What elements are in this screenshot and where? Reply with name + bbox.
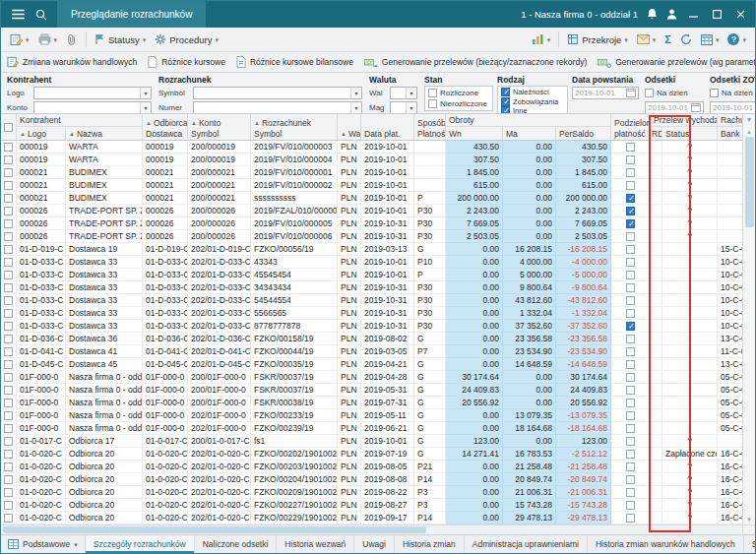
row-select-checkbox[interactable] [4, 347, 13, 356]
select-all-checkbox[interactable] [4, 123, 13, 132]
podzielona-platnosc-checkbox[interactable] [626, 514, 635, 523]
table-row[interactable]: 01-0-020-COdbiorca 2001-0-020-C202/01-0-… [1, 461, 742, 473]
scroll-down-icon[interactable]: ▾ [747, 514, 751, 524]
podzielona-platnosc-checkbox[interactable] [626, 450, 635, 459]
podzielona-platnosc-checkbox[interactable] [626, 143, 635, 152]
table-row[interactable]: 000019WARTA000019200/0000192019/FV/010/0… [1, 154, 742, 166]
table-row[interactable]: 01-0-020-COdbiorca 2001-0-020-C202/01-0-… [1, 512, 742, 524]
col-konto-symbol[interactable]: ▲KontoSymbol [188, 114, 251, 141]
col-group-przelew-wychodzacy[interactable]: Przelew wychodzący [651, 114, 718, 127]
mag-combo[interactable]: ▾ [390, 101, 417, 114]
logo-combo[interactable]: ▾ [33, 87, 152, 99]
table-row[interactable]: 01-D-033-CDostawca 3301-D-033-C202/01-D-… [1, 294, 742, 307]
collapse-chevron-icon[interactable]: ▾ [747, 114, 751, 126]
table-row[interactable]: 000026TRADE-PORT SP. Z O.000026200/00002… [1, 230, 742, 243]
close-button[interactable] [733, 1, 748, 28]
tab-item-4[interactable]: Historia zmian [395, 535, 465, 553]
table-row[interactable]: 01-0-020-COdbiorca 2001-0-020-C202/01-0-… [1, 448, 742, 461]
podzielona-platnosc-checkbox[interactable] [626, 335, 635, 343]
vertical-scrollbar-thumb[interactable] [745, 137, 754, 227]
window-tab[interactable]: Przeglądanie rozrachunków [57, 1, 206, 28]
row-select-checkbox[interactable] [4, 373, 13, 382]
col-ma[interactable]: Ma [503, 127, 556, 141]
podzielona-platnosc-checkbox[interactable] [626, 283, 635, 292]
col-group-rachunek[interactable]: Rachunek [718, 114, 742, 127]
podzielona-platnosc-checkbox[interactable] [626, 475, 635, 484]
zotp-na-dzien-checkbox[interactable] [710, 89, 719, 97]
wal-combo[interactable]: ▾ [390, 87, 417, 99]
podzielona-platnosc-checkbox[interactable] [626, 155, 635, 164]
przekroje-button[interactable]: Przekroje ▾ [563, 30, 632, 49]
table-row[interactable]: 000021BUDIMEX000021200/0000212019/FV/010… [1, 179, 742, 192]
table-row[interactable]: 000021BUDIMEX000021200/000021ssssssssssP… [1, 192, 742, 205]
col-data-platnosci[interactable]: Data płat. [361, 114, 414, 141]
menu-icon[interactable] [6, 1, 30, 28]
row-select-checkbox[interactable] [4, 219, 13, 228]
generowanie-przelewow-button[interactable]: Generowanie przelewów (bieżący/zaznaczon… [364, 57, 587, 68]
row-select-checkbox[interactable] [4, 475, 13, 484]
row-select-checkbox[interactable] [4, 181, 13, 190]
col-wal[interactable]: ▲Wal [338, 114, 361, 141]
table-row[interactable]: 000026TRADE-PORT SP. Z O.000026200/00002… [1, 217, 742, 230]
row-select-checkbox[interactable] [4, 271, 13, 279]
nierozliczone-checkbox[interactable] [428, 99, 437, 108]
col-wn[interactable]: Wn [446, 127, 503, 141]
row-select-checkbox[interactable] [4, 322, 13, 331]
attachments-button[interactable] [62, 30, 82, 49]
help-button[interactable]: ? ▾ [724, 30, 750, 49]
table-row[interactable]: 01-D-041-CDostawca 4101-D-041-C202/01-D-… [1, 345, 742, 358]
podstawowe-button[interactable]: Podstawowe ▾ [1, 535, 86, 553]
horizontal-scrollbar-thumb[interactable] [3, 526, 426, 533]
table-row[interactable]: 000021BUDIMEX000021200/0000212019/FV/010… [1, 166, 742, 179]
symbol-combo[interactable]: ▾ [193, 87, 362, 99]
podzielona-platnosc-checkbox[interactable] [626, 347, 635, 356]
col-logo[interactable]: ▲Logo [17, 127, 66, 141]
row-select-checkbox[interactable] [4, 501, 13, 510]
podzielona-platnosc-checkbox[interactable] [626, 309, 635, 318]
odsetki-na-dzien-checkbox[interactable] [645, 89, 654, 97]
row-select-checkbox[interactable] [4, 296, 13, 305]
layout-button[interactable]: ▾ [697, 30, 724, 49]
table-row[interactable]: 000026TRADE-PORT SP. Z O.000026200/00002… [1, 205, 742, 217]
odsetki-date-field[interactable]: 2019-10-01 [645, 101, 704, 114]
horizontal-scrollbar[interactable] [1, 524, 742, 534]
row-select-checkbox[interactable] [4, 335, 13, 343]
table-row[interactable]: 01-D-033-CDostawca 3301-D-033-C202/01-D-… [1, 269, 742, 281]
row-select-checkbox[interactable] [4, 194, 13, 203]
col-rd[interactable]: RD [651, 127, 662, 141]
row-select-checkbox[interactable] [4, 232, 13, 241]
export-button[interactable]: ▾ [633, 30, 661, 49]
table-row[interactable]: 01-0-017-COdbiorca 1701-0-017-C200/01-0-… [1, 435, 742, 448]
table-row[interactable]: 01-D-036-CDostawca 3601-D-036-C202/01-D-… [1, 333, 742, 345]
col-odbiorca-dostawca[interactable]: ▲OdbiorcaDostawca [143, 114, 188, 141]
podzielona-platnosc-checkbox[interactable] [626, 181, 635, 190]
statusy-button[interactable]: Statusy ▾ [91, 30, 150, 49]
chart-button[interactable]: ▾ [528, 30, 555, 49]
podzielona-platnosc-checkbox[interactable] [626, 219, 635, 228]
scroll-up-icon[interactable]: ▴ [747, 126, 751, 137]
roznice-kursowe-button[interactable]: Różnice kursowe [148, 56, 225, 68]
tab-item-2[interactable]: Historia wezwań [277, 535, 354, 553]
table-row[interactable]: 01-D-033-CDostawca 3301-D-033-C202/01-D-… [1, 281, 742, 294]
row-select-checkbox[interactable] [4, 514, 13, 523]
row-select-checkbox[interactable] [4, 360, 13, 369]
data-powstania-field[interactable]: 2019-10-01 [572, 87, 639, 99]
refresh-button[interactable] [676, 30, 696, 49]
vertical-scrollbar[interactable]: ▾ ▴ ▾ [742, 114, 755, 524]
nierozliczone-option[interactable]: Nierozliczone [428, 98, 489, 109]
inne-checkbox[interactable] [501, 106, 510, 114]
row-select-checkbox[interactable] [4, 411, 13, 420]
row-select-checkbox[interactable] [4, 386, 13, 395]
zmiana-warunkow-button[interactable]: Zmiana warunków handlowych [7, 56, 137, 68]
konto-combo[interactable]: ▾ [33, 101, 152, 114]
table-row[interactable]: 01F-000-0Nasza firma 0 - odd01F-000-0200… [1, 397, 742, 409]
naleznosci-checkbox[interactable] [501, 88, 510, 96]
col-group-obroty[interactable]: Obroty [446, 114, 611, 127]
podzielona-platnosc-checkbox[interactable] [626, 258, 635, 267]
tab-item-1[interactable]: Naliczone odsetki [195, 535, 278, 553]
procedury-button[interactable]: Procedury ▾ [151, 30, 222, 49]
inne-option[interactable]: Inne [501, 106, 564, 114]
row-select-checkbox[interactable] [4, 450, 13, 459]
podzielona-platnosc-checkbox[interactable] [626, 399, 635, 407]
table-row[interactable]: 000019WARTA000019200/0000192019/FV/010/0… [1, 141, 742, 154]
